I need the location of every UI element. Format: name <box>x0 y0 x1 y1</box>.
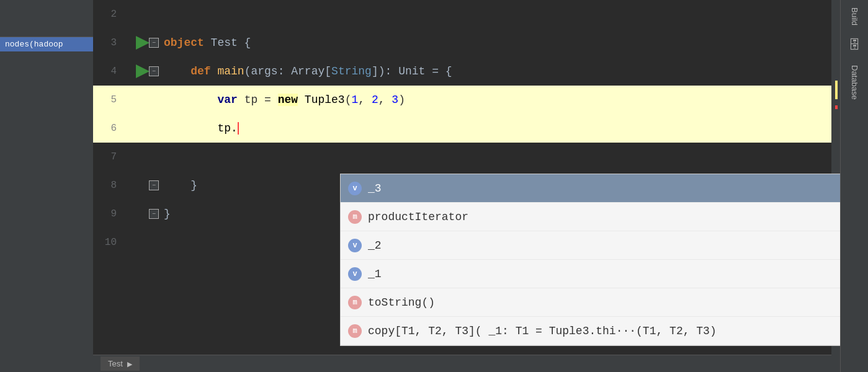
run-button-3[interactable] <box>136 36 150 50</box>
line-content-5[interactable]: var tp = new Tuple3(1, 2, 3) <box>161 86 840 114</box>
database-icon: 🗄 <box>848 38 861 53</box>
sidebar: nodes(hadoop <box>0 0 93 372</box>
line-content-6[interactable]: tp. <box>161 114 840 143</box>
sidebar-top <box>0 0 93 37</box>
right-panel: Build 🗄 Database <box>840 0 868 372</box>
run-button-4[interactable] <box>136 64 150 78</box>
sidebar-content: nodes(hadoop <box>0 37 93 372</box>
line-gutter-3: − <box>124 29 161 57</box>
line-gutter-5 <box>124 86 161 114</box>
autocomplete-item-4[interactable]: v _1 Int <box>341 260 840 288</box>
line-number-3: 3 <box>93 29 124 57</box>
text-cursor <box>238 122 239 135</box>
ac-name-5: toString() <box>368 296 840 309</box>
editor-container: 2 3 − object Test { 4 − <box>93 0 840 372</box>
line-gutter-4: − <box>124 57 161 86</box>
ac-badge-v-1: v <box>348 182 362 195</box>
ac-badge-m-2: m <box>348 210 362 224</box>
database-tab[interactable]: Database <box>848 58 862 107</box>
line-gutter-8: − <box>124 171 161 200</box>
code-line-2: 2 <box>93 0 840 29</box>
autocomplete-item-1[interactable]: v _3 Int <box>341 174 840 203</box>
autocomplete-item-6[interactable]: m copy[T1, T2, T3]( _1: T1 = Tuple3.thi·… <box>341 317 840 345</box>
ac-badge-v-3: v <box>348 239 362 252</box>
line-number-8: 8 <box>93 171 124 200</box>
autocomplete-item-5[interactable]: m toString() String <box>341 288 840 317</box>
code-area: 2 3 − object Test { 4 − <box>93 0 840 355</box>
tab-test-label: Test <box>108 359 123 368</box>
bottom-bar: Test ▶ <box>93 355 840 372</box>
fold-button-9[interactable]: − <box>149 209 159 219</box>
code-line-6: 6 tp. <box>93 114 840 143</box>
line-content-7[interactable] <box>161 143 840 171</box>
line-content-2[interactable] <box>161 0 840 29</box>
ac-badge-m-6: m <box>348 324 362 338</box>
ac-name-1: _3 <box>368 182 840 195</box>
code-line-5: 5 var tp = new Tuple3(1, 2, 3) <box>93 86 840 114</box>
line-number-9: 9 <box>93 200 124 228</box>
line-gutter-6 <box>124 114 161 143</box>
tab-test[interactable]: Test ▶ <box>101 356 140 371</box>
line-content-4[interactable]: def main(args: Array[String]): Unit = { <box>161 57 840 86</box>
ac-name-2: productIterator <box>368 211 840 223</box>
tab-arrow: ▶ <box>127 360 132 368</box>
ac-badge-m-5: m <box>348 296 362 309</box>
scrollbar-error-indicator <box>835 105 838 109</box>
fold-button-8[interactable]: − <box>149 180 159 190</box>
line-gutter-10 <box>124 228 161 257</box>
line-number-7: 7 <box>93 143 124 171</box>
code-line-4: 4 − def main(args: Array[String]): Unit … <box>93 57 840 86</box>
line-number-2: 2 <box>93 0 124 29</box>
line-number-6: 6 <box>93 114 124 143</box>
line-gutter-9: − <box>124 200 161 228</box>
line-content-3[interactable]: object Test { <box>161 29 840 57</box>
ac-badge-v-4: v <box>348 267 362 281</box>
line-number-5: 5 <box>93 86 124 114</box>
code-line-7: 7 <box>93 143 840 171</box>
line-gutter-7 <box>124 143 161 171</box>
ac-name-3: _2 <box>368 239 840 252</box>
autocomplete-item-2[interactable]: m productIterator Iterator[Any] <box>341 203 840 231</box>
line-gutter-2 <box>124 0 161 29</box>
scrollbar-position-indicator <box>835 81 838 99</box>
line-number-10: 10 <box>93 228 124 257</box>
fold-button-4[interactable]: − <box>149 66 159 76</box>
build-tab[interactable]: Build <box>848 0 862 33</box>
fold-button-3[interactable]: − <box>149 38 159 48</box>
line-number-4: 4 <box>93 57 124 86</box>
autocomplete-dropdown: v _3 Int m productIterator Iterator[Any]… <box>340 174 840 346</box>
sidebar-item[interactable]: nodes(hadoop <box>0 37 93 51</box>
code-line-3: 3 − object Test { <box>93 29 840 57</box>
ac-name-4: _1 <box>368 268 840 280</box>
ac-name-6: copy[T1, T2, T3]( _1: T1 = Tuple3.thi···… <box>368 325 840 337</box>
autocomplete-item-3[interactable]: v _2 Int <box>341 231 840 260</box>
